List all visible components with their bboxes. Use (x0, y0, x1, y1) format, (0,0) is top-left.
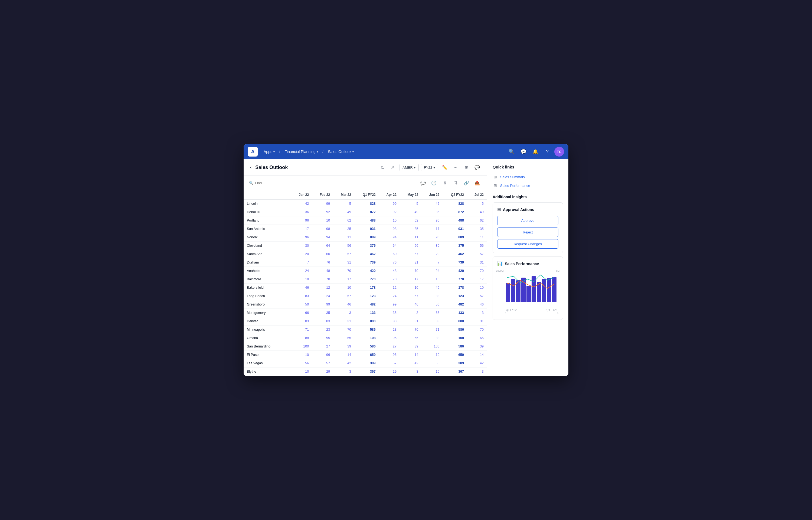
share-icon[interactable]: ↗ (388, 163, 397, 172)
cell-jan: 7 (291, 258, 312, 267)
reject-button[interactable]: Reject (497, 228, 558, 237)
nav-sales-outlook[interactable]: Sales Outlook ▾ (325, 148, 357, 155)
cell-may: 31 (400, 258, 422, 267)
table-row: Long Beach 83 24 57 123 24 57 83 123 57 (244, 292, 487, 301)
cell-jan: 50 (291, 301, 312, 309)
link-label-sales-performance: Sales Performance (500, 184, 530, 188)
grid-view-icon[interactable]: ⊞ (462, 163, 471, 172)
cell-jun: 10 (421, 351, 443, 359)
table-header: Jan 22 Feb 22 Mar 22 Q1 FY22 Apr 22 May … (244, 190, 487, 200)
comment-icon[interactable]: 💬 (473, 163, 481, 172)
col-jul22: Jul 22 (467, 190, 487, 200)
subheader-right: AMER ▾ FY22 ▾ ✏️ ··· ⊞ 💬 (399, 163, 481, 172)
cell-q2: 931 (443, 225, 467, 233)
chart-bar (547, 278, 551, 302)
cell-q2: 108 (443, 334, 467, 342)
cell-jan: 10 (291, 367, 312, 376)
logo[interactable]: A (248, 147, 258, 157)
cell-may: 14 (400, 351, 422, 359)
sales-performance-card: 📊 Sales Performance 1000M 6M (493, 257, 563, 320)
cell-jul: 3 (467, 367, 487, 376)
cell-mar: 35 (333, 225, 354, 233)
more-options-icon[interactable]: ··· (451, 163, 460, 172)
cell-city: Lincoln (244, 200, 291, 208)
cell-q1: 828 (354, 200, 379, 208)
sort-icon[interactable]: ⇅ (378, 163, 387, 172)
cell-may: 3 (400, 367, 422, 376)
cell-feb: 95 (312, 334, 333, 342)
cell-apr: 76 (379, 258, 400, 267)
table-row: Blythe 10 29 3 367 29 3 10 367 3 (244, 367, 487, 376)
cell-jun: 42 (421, 200, 443, 208)
table-row: Portland 96 10 62 488 10 62 96 488 62 (244, 216, 487, 225)
cell-mar: 57 (333, 292, 354, 301)
cell-mar: 17 (333, 275, 354, 284)
approval-actions-title: ⊞ Approval Actions (497, 207, 558, 212)
region-dropdown[interactable]: AMER ▾ (399, 164, 419, 171)
cell-apr: 99 (379, 200, 400, 208)
cell-jan: 36 (291, 208, 312, 216)
cell-city: Santa Ana (244, 250, 291, 258)
table-row: Santa Ana 20 60 57 462 60 57 20 462 57 (244, 250, 487, 258)
cell-mar: 70 (333, 267, 354, 275)
cell-jul: 65 (467, 334, 487, 342)
cell-q2: 375 (443, 241, 467, 250)
sort-toolbar-icon[interactable]: ⇅ (451, 179, 460, 187)
edit-icon[interactable]: ✏️ (440, 163, 449, 172)
quick-link-sales-summary[interactable]: ⊞ Sales Summary (493, 173, 563, 181)
nav-apps[interactable]: Apps ▾ (261, 148, 277, 155)
export-icon[interactable]: 📤 (473, 179, 481, 187)
search-input[interactable] (255, 181, 309, 185)
back-button[interactable]: ‹ (249, 164, 253, 171)
col-feb22: Feb 22 (312, 190, 333, 200)
col-jan22: Jan 22 (291, 190, 312, 200)
period-dropdown[interactable]: FY22 ▾ (421, 164, 438, 171)
cell-jul: 31 (467, 258, 487, 267)
filter-icon[interactable]: ⧖ (440, 179, 449, 187)
cell-city: Honolulu (244, 208, 291, 216)
cell-jan: 83 (291, 292, 312, 301)
cell-apr: 60 (379, 250, 400, 258)
help-button[interactable]: ? (542, 147, 552, 157)
cell-city: Long Beach (244, 292, 291, 301)
cell-may: 31 (400, 317, 422, 326)
chart-bars (505, 269, 558, 302)
link-icon[interactable]: 🔗 (462, 179, 471, 187)
bell-button[interactable]: 🔔 (531, 147, 540, 157)
cell-q1: 739 (354, 258, 379, 267)
cell-feb: 48 (312, 267, 333, 275)
cell-apr: 95 (379, 334, 400, 342)
cell-jan: 30 (291, 241, 312, 250)
table-row: El Paso 10 96 14 659 96 14 10 659 14 (244, 351, 487, 359)
request-changes-button[interactable]: Request Changes (497, 239, 558, 249)
user-avatar[interactable]: TC (554, 147, 564, 157)
cell-city: Minneapolis (244, 326, 291, 334)
col-city (244, 190, 291, 200)
cell-mar: 56 (333, 241, 354, 250)
table-row: Anaheim 24 48 70 420 48 70 24 420 70 (244, 267, 487, 275)
cell-jul: 57 (467, 292, 487, 301)
search-button[interactable]: 🔍 (507, 147, 516, 157)
cell-mar: 3 (333, 309, 354, 317)
cell-q1: 659 (354, 351, 379, 359)
cell-mar: 5 (333, 200, 354, 208)
nav-financial-planning[interactable]: Financial Planning ▾ (282, 148, 320, 155)
cell-jan: 96 (291, 216, 312, 225)
cell-q2: 133 (443, 309, 467, 317)
comment-toolbar-icon[interactable]: 💬 (419, 179, 427, 187)
clock-icon[interactable]: 🕐 (429, 179, 438, 187)
table-row: Las Vegas 56 57 42 389 57 42 56 389 42 (244, 359, 487, 367)
cell-city: San Bernardino (244, 342, 291, 351)
cell-jan: 56 (291, 359, 312, 367)
quick-link-sales-performance[interactable]: ⊞ Sales Performance (493, 181, 563, 190)
cell-q2: 488 (443, 216, 467, 225)
table-row: Lincoln 42 99 5 828 99 5 42 828 5 (244, 200, 487, 208)
cell-jan: 71 (291, 326, 312, 334)
approval-actions-card: ⊞ Approval Actions Approve Reject Reques… (493, 202, 563, 253)
approve-button[interactable]: Approve (497, 216, 558, 225)
table-row: Omaha 88 95 65 108 95 65 88 108 65 (244, 334, 487, 342)
cell-feb: 23 (312, 326, 333, 334)
cell-jun: 7 (421, 258, 443, 267)
cell-q2: 800 (443, 317, 467, 326)
chat-button[interactable]: 💬 (519, 147, 528, 157)
